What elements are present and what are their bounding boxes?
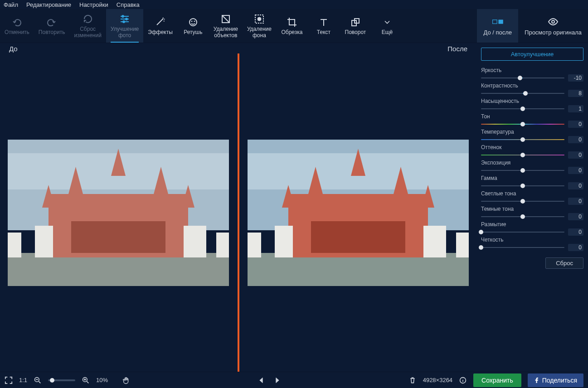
slider-thumb[interactable] <box>520 168 525 173</box>
enhance-button[interactable]: Улучшение фото <box>106 9 143 43</box>
save-button[interactable]: Сохранить <box>473 373 521 387</box>
undo-button[interactable]: Отменить <box>0 9 34 43</box>
slider-track[interactable] <box>481 168 564 173</box>
remove-objects-button[interactable]: Удаление объектов <box>209 9 243 43</box>
menu-edit[interactable]: Редактирование <box>26 1 71 8</box>
svg-rect-37 <box>275 226 293 257</box>
svg-point-2 <box>123 21 125 23</box>
remove-objects-icon <box>220 14 231 24</box>
slider-value[interactable]: 0 <box>568 198 583 205</box>
next-image-icon[interactable] <box>273 376 282 384</box>
before-image <box>8 140 229 286</box>
redo-label: Повторить <box>39 29 65 36</box>
redo-button[interactable]: Повторить <box>34 9 70 43</box>
slider-row: Контрастность8 <box>481 82 583 97</box>
slider-thumb[interactable] <box>520 199 525 204</box>
before-after-icon <box>492 16 503 27</box>
facebook-icon <box>534 378 539 383</box>
slider-thumb[interactable] <box>520 214 525 219</box>
slider-value[interactable]: -10 <box>568 74 583 82</box>
canvas-area: До После <box>0 43 476 372</box>
slider-value[interactable]: 1 <box>568 105 583 112</box>
prev-image-icon[interactable] <box>257 376 265 384</box>
slider-track[interactable] <box>481 107 564 111</box>
slider-value[interactable]: 0 <box>568 244 583 251</box>
slider-value[interactable]: 0 <box>568 151 583 159</box>
slider-label: Экспозиция <box>481 160 583 166</box>
menu-help[interactable]: Справка <box>117 1 140 8</box>
slider-label: Контрастность <box>481 82 583 89</box>
slider-value[interactable]: 8 <box>568 90 583 97</box>
before-after-toggle[interactable]: До / после <box>477 9 518 43</box>
effects-label: Эффекты <box>148 29 173 36</box>
svg-rect-38 <box>423 226 446 257</box>
svg-rect-26 <box>216 233 229 257</box>
menu-file[interactable]: Файл <box>4 1 18 8</box>
menu-settings[interactable]: Настройки <box>79 1 108 8</box>
slider-value[interactable]: 0 <box>568 121 583 128</box>
slider-thumb[interactable] <box>518 76 522 80</box>
slider-track[interactable] <box>481 91 564 96</box>
zoom-slider[interactable] <box>48 379 75 381</box>
slider-track[interactable] <box>481 245 564 250</box>
slider-thumb[interactable] <box>479 230 483 234</box>
slider-thumb[interactable] <box>520 184 525 188</box>
fullscreen-icon[interactable] <box>5 376 13 384</box>
slider-thumb[interactable] <box>523 91 528 96</box>
retouch-button[interactable]: Ретушь <box>177 9 209 43</box>
slider-track[interactable] <box>481 184 564 188</box>
slider-track[interactable] <box>481 137 564 142</box>
more-label: Ещё <box>382 29 393 36</box>
zoom-out-icon[interactable] <box>34 376 42 384</box>
remove-bg-button[interactable]: Удаление фона <box>243 9 276 43</box>
slider-track[interactable] <box>481 153 564 157</box>
slider-track[interactable] <box>481 230 564 234</box>
menu-bar: Файл Редактирование Настройки Справка <box>0 0 588 9</box>
slider-value[interactable]: 0 <box>568 228 583 236</box>
reset-changes-button[interactable]: Сброс изменений <box>69 9 106 43</box>
slider-row: Температура0 <box>481 129 583 143</box>
slider-track[interactable] <box>481 199 564 204</box>
slider-thumb[interactable] <box>520 137 525 142</box>
info-icon[interactable] <box>459 376 467 384</box>
share-button[interactable]: Поделиться <box>528 373 583 387</box>
reset-sliders-button[interactable]: Сброс <box>545 257 583 269</box>
more-button[interactable]: Ещё <box>371 9 403 43</box>
zoom-value: 10% <box>96 377 108 383</box>
slider-row: Светлые тона0 <box>481 190 583 205</box>
view-original-button[interactable]: Просмотр оригинала <box>518 9 588 43</box>
fit-label[interactable]: 1:1 <box>19 377 27 383</box>
chevron-down-icon <box>382 17 393 28</box>
hand-tool-icon[interactable] <box>122 376 131 384</box>
slider-thumb[interactable] <box>520 107 525 111</box>
crop-button[interactable]: Обрезка <box>276 9 308 43</box>
slider-value[interactable]: 0 <box>568 213 583 220</box>
slider-value[interactable]: 0 <box>568 167 583 174</box>
retouch-icon <box>188 17 199 28</box>
slider-track[interactable] <box>481 76 564 80</box>
slider-row: Четкость0 <box>481 237 583 251</box>
effects-button[interactable]: Эффекты <box>143 9 177 43</box>
slider-thumb[interactable] <box>479 245 483 250</box>
text-button[interactable]: Текст <box>308 9 340 43</box>
slider-value[interactable]: 0 <box>568 136 583 143</box>
auto-enhance-button[interactable]: Автоулучшение <box>481 48 583 61</box>
svg-rect-39 <box>248 233 261 257</box>
toolbar: Отменить Повторить Сброс изменений Улучш… <box>0 9 588 43</box>
slider-thumb[interactable] <box>520 153 525 157</box>
after-image <box>248 140 469 286</box>
trash-icon[interactable] <box>408 376 417 384</box>
slider-track[interactable] <box>481 214 564 219</box>
text-icon <box>318 17 329 28</box>
slider-track[interactable] <box>481 122 564 126</box>
svg-rect-30 <box>248 253 469 286</box>
zoom-in-icon[interactable] <box>82 376 90 384</box>
rotate-button[interactable]: Поворот <box>340 9 371 43</box>
slider-value[interactable]: 0 <box>568 182 583 189</box>
svg-rect-16 <box>8 253 229 286</box>
slider-row: Тон0 <box>481 113 583 128</box>
after-label: После <box>447 45 467 53</box>
slider-thumb[interactable] <box>520 122 525 126</box>
enhance-icon <box>119 14 130 24</box>
slider-label: Насыщенность <box>481 98 583 104</box>
